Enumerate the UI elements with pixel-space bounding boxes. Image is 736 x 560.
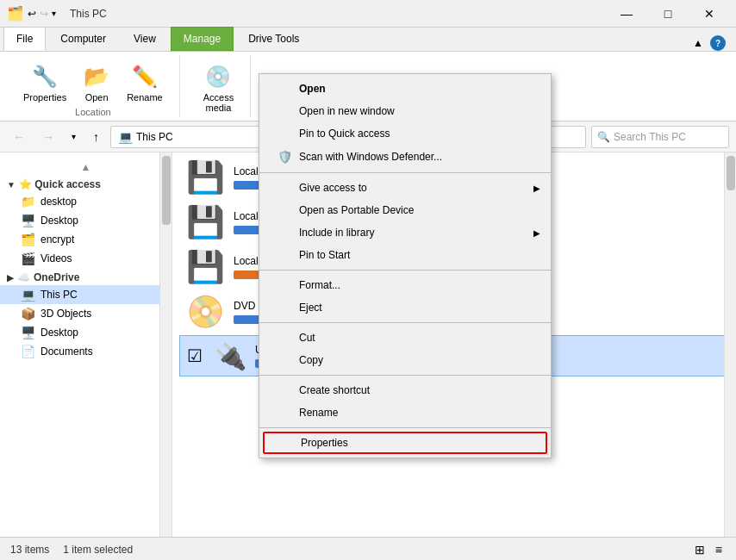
tab-computer[interactable]: Computer xyxy=(47,27,119,51)
rename-label: Rename xyxy=(127,92,163,103)
tiles-view-button[interactable]: ≡ xyxy=(712,541,726,558)
ctx-create-shortcut[interactable]: Create shortcut xyxy=(259,379,551,401)
dropdown-button[interactable]: ▾ xyxy=(65,129,82,144)
dvd-icon: 📀 xyxy=(186,294,225,330)
ctx-library-label: Include in library xyxy=(299,227,374,239)
properties-label: Properties xyxy=(23,92,66,103)
ctx-library-arrow: ▶ xyxy=(533,228,540,238)
up-button[interactable]: ↑ xyxy=(87,128,105,146)
sidebar-item-desktop-lower[interactable]: 📁 desktop xyxy=(0,192,172,211)
ctx-properties[interactable]: Properties xyxy=(263,432,547,454)
this-pc-icon: 💻 xyxy=(21,288,35,302)
access-media-label: Accessmedia xyxy=(203,92,234,113)
ribbon-tabs: File Computer View Manage Drive Tools ▲ … xyxy=(0,28,736,52)
ribbon-buttons-media: 💿 Accessmedia xyxy=(197,55,240,117)
ribbon-group-location: 🔧 Properties 📂 Open ✏️ Rename Location xyxy=(7,55,180,117)
onedrive-icon: ☁️ xyxy=(17,271,30,283)
ctx-cut-label: Cut xyxy=(299,332,315,344)
item-count: 13 items xyxy=(10,544,49,556)
drive-c-icon: 💾 xyxy=(186,159,225,196)
sidebar-label-documents: Documents xyxy=(41,345,93,358)
address-path: This PC xyxy=(136,131,173,143)
ctx-sep-4 xyxy=(259,375,551,376)
ctx-format-label: Format... xyxy=(299,279,340,291)
ctx-include-library[interactable]: Include in library ▶ xyxy=(259,221,551,244)
ctx-pin-label: Pin to Quick access xyxy=(299,128,390,140)
qat-undo[interactable]: ↩ xyxy=(28,8,36,20)
list-view-button[interactable]: ⊞ xyxy=(691,541,708,558)
onedrive-arrow: ▶ xyxy=(7,273,14,283)
close-button[interactable]: ✕ xyxy=(689,0,729,28)
ctx-eject[interactable]: Eject xyxy=(259,296,551,319)
ctx-sep-5 xyxy=(259,427,551,428)
ctx-shortcut-label: Create shortcut xyxy=(299,384,370,396)
ctx-open-label: Open xyxy=(299,83,326,95)
ctx-rename[interactable]: Rename xyxy=(259,401,551,424)
search-icon: 🔍 xyxy=(597,131,610,143)
ctx-format[interactable]: Format... xyxy=(259,274,551,296)
maximize-button[interactable]: □ xyxy=(648,0,688,28)
onedrive-label: OneDrive xyxy=(34,271,79,283)
open-ribbon-button[interactable]: 📂 Open xyxy=(76,59,117,107)
search-placeholder: Search This PC xyxy=(614,131,686,143)
sidebar-item-desktop[interactable]: 🖥️ Desktop xyxy=(0,211,172,230)
ctx-open-new-window[interactable]: Open in new window xyxy=(259,100,551,122)
location-group-label: Location xyxy=(17,107,169,117)
ctx-open[interactable]: Open xyxy=(259,78,551,100)
tab-file[interactable]: File xyxy=(3,27,46,51)
ctx-sep-1 xyxy=(259,172,551,173)
quick-access-label: ⭐ Quick access xyxy=(19,178,101,190)
tab-manage[interactable]: Manage xyxy=(171,27,234,51)
ctx-open-portable[interactable]: Open as Portable Device xyxy=(259,199,551,221)
qat-redo[interactable]: ↪ xyxy=(40,8,48,20)
properties-ribbon-button[interactable]: 🔧 Properties xyxy=(17,59,72,107)
desktop-icon: 🖥️ xyxy=(21,214,35,227)
sidebar-label-desktop-lower: desktop xyxy=(41,196,77,208)
rename-ribbon-button[interactable]: ✏️ Rename xyxy=(121,59,169,107)
access-media-button[interactable]: 💿 Accessmedia xyxy=(197,59,240,117)
sidebar-label-3dobjects: 3D Objects xyxy=(41,308,91,320)
ctx-pin-start[interactable]: Pin to Start xyxy=(259,244,551,266)
help-button[interactable]: ? xyxy=(710,35,726,51)
sidebar-section-onedrive[interactable]: ▶ ☁️ OneDrive xyxy=(0,268,172,285)
app-icon: 🗂️ xyxy=(7,5,24,22)
ctx-give-access[interactable]: Give access to ▶ xyxy=(259,177,551,199)
back-button[interactable]: ← xyxy=(7,128,31,146)
ribbon-collapse-button[interactable]: ▲ xyxy=(693,37,703,49)
sidebar-item-encrypt[interactable]: 🗂️ encrypt xyxy=(0,230,172,249)
sidebar-item-desktop2[interactable]: 🖥️ Desktop xyxy=(0,323,172,342)
title-text: This PC xyxy=(70,8,107,20)
ctx-properties-label: Properties xyxy=(301,437,348,449)
tab-view[interactable]: View xyxy=(121,27,169,51)
ctx-new-window-label: Open in new window xyxy=(299,105,395,117)
sidebar-item-videos[interactable]: 🎬 Videos xyxy=(0,249,172,268)
sidebar-section-quick-access[interactable]: ▼ ⭐ Quick access xyxy=(0,175,172,192)
tab-drive-tools[interactable]: Drive Tools xyxy=(235,27,312,51)
open-icon: 📂 xyxy=(83,63,110,90)
sidebar-scrollbar-thumb[interactable] xyxy=(162,156,171,225)
ribbon-group-media: 💿 Accessmedia xyxy=(187,55,251,117)
ctx-scan-defender[interactable]: 🛡️ Scan with Windows Defender... xyxy=(259,145,551,169)
sidebar-label-this-pc: This PC xyxy=(41,289,78,301)
sidebar-label-desktop: Desktop xyxy=(41,215,78,227)
minimize-button[interactable]: — xyxy=(607,0,646,28)
sidebar-item-this-pc[interactable]: 💻 This PC xyxy=(0,285,172,304)
sidebar-item-3dobjects[interactable]: 📦 3D Objects xyxy=(0,304,172,323)
forward-button[interactable]: → xyxy=(36,128,60,146)
ctx-cut[interactable]: Cut xyxy=(259,327,551,349)
drive-e-icon: 💾 xyxy=(186,249,225,285)
encrypt-icon: 🗂️ xyxy=(21,233,35,246)
title-bar: 🗂️ ↩ ↪ ▾ This PC — □ ✕ xyxy=(0,0,736,28)
search-box[interactable]: 🔍 Search This PC xyxy=(591,126,729,148)
ctx-pin-quick-access[interactable]: Pin to Quick access xyxy=(259,122,551,145)
sidebar-scroll-up[interactable]: ▲ xyxy=(0,159,172,175)
ctx-give-access-label: Give access to xyxy=(299,182,367,194)
checkbox-icon: ☑ xyxy=(187,345,203,366)
sidebar-item-documents[interactable]: 📄 Documents xyxy=(0,342,172,361)
ctx-rename-label: Rename xyxy=(299,407,338,419)
ctx-copy[interactable]: Copy xyxy=(259,349,551,371)
content-scrollbar-thumb[interactable] xyxy=(727,156,735,190)
qat-dropdown[interactable]: ▾ xyxy=(52,9,56,18)
ctx-sep-2 xyxy=(259,270,551,271)
ctx-defender-label: Scan with Windows Defender... xyxy=(299,151,442,163)
